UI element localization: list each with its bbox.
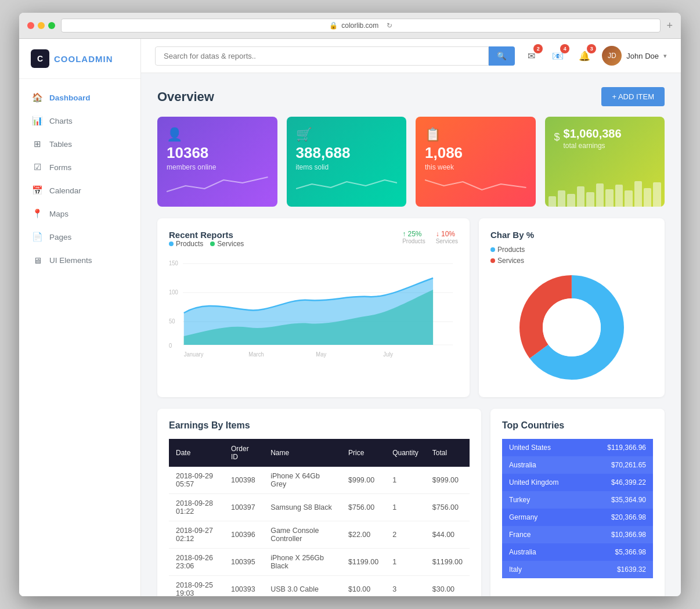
svg-point-14 [543, 298, 601, 356]
country-amount: $10,366.98 [584, 526, 653, 543]
country-amount: $35,364.90 [584, 491, 653, 509]
country-amount: $70,261.65 [584, 456, 653, 474]
products-pct: ↑ 25% [402, 230, 425, 238]
cell-name: Game Console Controller [264, 521, 341, 548]
country-amount: $20,366.98 [584, 509, 653, 526]
donut-legend-products: Products [490, 246, 653, 254]
reload-icon[interactable]: ↻ [387, 21, 392, 30]
cell-name: Samsung S8 Black [264, 493, 341, 521]
main-content: 🔍 ✉ 2 📧 4 🔔 3 [141, 39, 681, 596]
lock-icon: 🔒 [329, 21, 338, 30]
earnings-table-card: Earnings By Items Date Order ID Name Pri… [157, 409, 481, 596]
members-value: 10368 [167, 145, 268, 161]
cell-order-id: 100395 [224, 548, 264, 575]
country-amount: $1639.32 [584, 561, 653, 578]
country-name: Italy [502, 561, 584, 578]
sidebar-item-pages[interactable]: 📄 Pages [19, 225, 140, 248]
earnings-value: $1,060,386 [564, 127, 622, 140]
col-quantity: Quantity [385, 439, 425, 467]
sidebar-item-label: Calendar [49, 186, 81, 195]
email-icon-wrap[interactable]: ✉ 2 [522, 46, 540, 65]
donut-legend-services: Services [490, 257, 653, 265]
list-item: Australia $5,366.98 [502, 543, 653, 561]
new-tab-button[interactable]: + [666, 20, 673, 32]
mail2-badge: 4 [560, 44, 569, 53]
svg-text:100: 100 [169, 289, 178, 296]
sidebar-item-ui-elements[interactable]: 🖥 UI Elements [19, 248, 140, 272]
cell-name: iPhone X 64Gb Grey [264, 467, 341, 494]
list-item: Italy $1639.32 [502, 561, 653, 578]
items-label: items solid [296, 163, 398, 171]
sidebar-item-calendar[interactable]: 📅 Calendar [19, 179, 140, 202]
stat-services: ↓ 10% Services [436, 230, 458, 244]
search-input[interactable] [155, 46, 489, 66]
country-name: Turkey [502, 491, 584, 509]
cell-total: $999.00 [425, 467, 470, 494]
cell-quantity: 1 [385, 548, 425, 575]
sidebar-item-forms[interactable]: ☑ Forms [19, 156, 140, 179]
week-label: this week [425, 163, 526, 171]
chart-header: Recent Reports Products Services ↑ 25% P… [169, 230, 458, 248]
svg-text:50: 50 [169, 318, 175, 325]
stat-card-items: 🛒 388,688 items solid [287, 117, 407, 207]
country-amount: $46,399.22 [584, 474, 653, 491]
legend-services: Services [210, 240, 244, 248]
donut-products-label: Products [497, 246, 525, 254]
cell-date: 2018-09-28 01:22 [169, 493, 224, 521]
sidebar-item-label: Pages [49, 233, 71, 242]
stat-products: ↑ 25% Products [402, 230, 425, 244]
table-row: 2018-09-25 19:03 100393 USB 3.0 Cable $1… [169, 575, 470, 596]
cell-date: 2018-09-25 19:03 [169, 575, 224, 596]
cell-order-id: 100396 [224, 521, 264, 548]
sidebar-logo: C COOLADMIN [19, 39, 140, 79]
country-name: Australia [502, 543, 584, 561]
add-item-button[interactable]: + ADD ITEM [601, 87, 665, 106]
cell-order-id: 100393 [224, 575, 264, 596]
country-name: United States [502, 439, 584, 456]
top-header: 🔍 ✉ 2 📧 4 🔔 3 [141, 39, 681, 73]
svg-text:January: January [184, 351, 204, 358]
col-date: Date [169, 439, 224, 467]
sidebar-item-dashboard[interactable]: 🏠 Dashboard [19, 86, 140, 109]
cell-order-id: 100398 [224, 467, 264, 494]
search-button[interactable]: 🔍 [489, 46, 515, 66]
svg-text:July: July [383, 351, 394, 358]
services-label: Services [436, 238, 458, 244]
logo-text: COOLADMIN [54, 54, 113, 64]
list-item: Turkey $35,364.90 [502, 491, 653, 509]
forms-icon: ☑ [32, 162, 42, 172]
maps-icon: 📍 [32, 208, 42, 219]
header-icons: ✉ 2 📧 4 🔔 3 JD John [522, 46, 667, 66]
stat-card-week: 📋 1,086 this week [416, 117, 536, 207]
app-container: C COOLADMIN 🏠 Dashboard 📊 Charts ⊞ Table… [19, 39, 681, 596]
stat-card-earnings: $ $1,060,386 total earnings [545, 117, 665, 207]
list-item: Australia $70,261.65 [502, 456, 653, 474]
notification-icon-wrap[interactable]: 🔔 3 [575, 46, 594, 65]
cell-price: $1199.00 [341, 548, 385, 575]
dot-minimize[interactable] [38, 22, 45, 29]
browser-titlebar: 🔒 colorlib.com ↻ + [19, 13, 681, 39]
cell-name: iPhone X 256Gb Black [264, 548, 341, 575]
sidebar-item-charts[interactable]: 📊 Charts [19, 109, 140, 132]
chart-title: Recent Reports [169, 230, 244, 240]
dot-close[interactable] [27, 22, 34, 29]
dot-maximize[interactable] [48, 22, 55, 29]
page-content: Overview + ADD ITEM 👤 10368 members onli… [141, 73, 681, 596]
cell-total: $44.00 [425, 521, 470, 548]
country-name: Australia [502, 456, 584, 474]
user-profile[interactable]: JD John Doe ▾ [602, 46, 667, 66]
pages-icon: 📄 [32, 232, 42, 242]
mail2-icon-wrap[interactable]: 📧 4 [549, 46, 567, 65]
earnings-table: Date Order ID Name Price Quantity Total … [169, 439, 470, 596]
sidebar-nav: 🏠 Dashboard 📊 Charts ⊞ Tables ☑ Forms 📅 [19, 79, 140, 279]
cell-total: $756.00 [425, 493, 470, 521]
cell-total: $1199.00 [425, 548, 470, 575]
browser-url-bar[interactable]: 🔒 colorlib.com ↻ [61, 19, 661, 33]
donut-container [490, 269, 653, 385]
sidebar-item-maps[interactable]: 📍 Maps [19, 202, 140, 225]
sidebar-item-label: UI Elements [49, 256, 92, 265]
products-label: Products [402, 238, 425, 244]
sidebar-item-label: Maps [49, 210, 68, 218]
sidebar-item-tables[interactable]: ⊞ Tables [19, 132, 140, 156]
col-order-id: Order ID [224, 439, 264, 467]
